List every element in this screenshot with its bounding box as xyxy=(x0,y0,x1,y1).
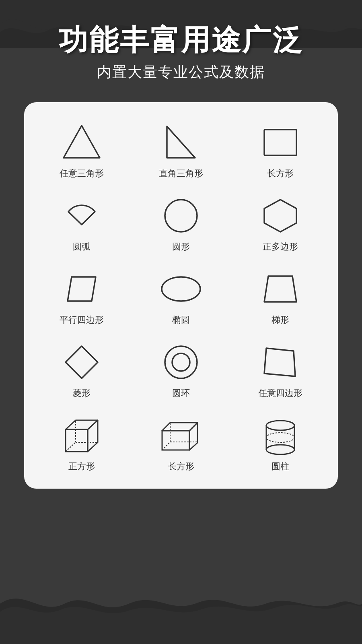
polygon-label: 正多边形 xyxy=(263,241,298,253)
shape-item-cylinder[interactable]: 圆柱 xyxy=(230,407,330,477)
shape-item-ellipse[interactable]: 椭圆 xyxy=(132,261,231,330)
svg-marker-21 xyxy=(189,423,197,450)
bottom-decoration xyxy=(0,572,362,644)
svg-marker-15 xyxy=(88,420,98,452)
shape-item-right-triangle[interactable]: 直角三角形 xyxy=(132,114,231,184)
svg-point-10 xyxy=(165,346,197,378)
circle-label: 圆形 xyxy=(172,241,190,253)
annulus-label: 圆环 xyxy=(172,387,190,399)
polygon-icon xyxy=(258,196,302,236)
svg-point-30 xyxy=(266,433,294,442)
quad-icon xyxy=(258,342,302,382)
svg-marker-8 xyxy=(264,276,296,302)
triangle-icon xyxy=(60,122,104,163)
svg-line-16 xyxy=(66,442,76,452)
shape-item-rhombus[interactable]: 菱形 xyxy=(32,334,132,403)
shape-item-rectangle[interactable]: 长方形 xyxy=(230,114,330,184)
shape-item-triangle[interactable]: 任意三角形 xyxy=(32,114,132,184)
cube-label: 正方形 xyxy=(68,460,95,473)
arc-label: 圆弧 xyxy=(73,241,90,253)
rectangle-icon xyxy=(258,122,302,163)
shape-item-circle[interactable]: 圆形 xyxy=(132,188,231,257)
shape-item-trapezoid[interactable]: 梯形 xyxy=(230,261,330,330)
parallelogram-label: 平行四边形 xyxy=(60,314,104,326)
trapezoid-icon xyxy=(258,269,302,309)
trapezoid-label: 梯形 xyxy=(272,314,289,326)
right-triangle-label: 直角三角形 xyxy=(159,167,203,180)
arc-icon xyxy=(60,196,104,236)
cube-icon xyxy=(60,415,104,456)
svg-marker-1 xyxy=(64,126,100,158)
ellipse-label: 椭圆 xyxy=(172,314,190,326)
quad-label: 任意四边形 xyxy=(258,387,302,399)
svg-marker-20 xyxy=(162,423,197,431)
svg-rect-3 xyxy=(264,130,296,155)
right-triangle-icon xyxy=(159,122,203,163)
shape-item-annulus[interactable]: 圆环 xyxy=(132,334,231,403)
svg-marker-9 xyxy=(66,346,98,378)
triangle-label: 任意三角形 xyxy=(60,167,104,180)
cuboid-icon xyxy=(159,415,203,456)
circle-icon xyxy=(159,196,203,236)
svg-line-22 xyxy=(162,442,170,450)
annulus-icon xyxy=(159,342,203,382)
shape-item-cube[interactable]: 正方形 xyxy=(32,407,132,477)
svg-marker-2 xyxy=(167,126,195,158)
svg-marker-6 xyxy=(68,277,96,301)
cylinder-label: 圆柱 xyxy=(272,460,289,473)
rectangle-label: 长方形 xyxy=(267,167,294,180)
cylinder-icon xyxy=(258,415,302,456)
rhombus-label: 菱形 xyxy=(73,387,90,399)
shape-item-cuboid[interactable]: 长方形 xyxy=(132,407,231,477)
shape-item-quad[interactable]: 任意四边形 xyxy=(230,334,330,403)
sub-title: 内置大量专业公式及数据 xyxy=(16,62,346,82)
header: 功能丰富用途广泛 内置大量专业公式及数据 xyxy=(0,0,362,94)
shape-item-arc[interactable]: 圆弧 xyxy=(32,188,132,257)
svg-marker-12 xyxy=(264,348,295,376)
shapes-grid: 任意三角形 直角三角形 长方形 xyxy=(32,114,330,477)
shape-item-polygon[interactable]: 正多边形 xyxy=(230,188,330,257)
rhombus-icon xyxy=(60,342,104,382)
shapes-card: 任意三角形 直角三角形 长方形 xyxy=(24,102,338,489)
main-title: 功能丰富用途广泛 xyxy=(16,24,346,56)
svg-rect-19 xyxy=(162,431,189,450)
cuboid-label: 长方形 xyxy=(168,460,194,473)
parallelogram-icon xyxy=(60,269,104,309)
svg-point-29 xyxy=(266,445,294,454)
svg-rect-13 xyxy=(66,429,88,452)
svg-point-11 xyxy=(172,353,190,371)
svg-point-4 xyxy=(165,200,197,232)
shape-item-parallelogram[interactable]: 平行四边形 xyxy=(32,261,132,330)
svg-marker-5 xyxy=(264,200,296,232)
svg-point-7 xyxy=(162,277,200,301)
ellipse-icon xyxy=(159,269,203,309)
svg-point-28 xyxy=(266,421,294,430)
